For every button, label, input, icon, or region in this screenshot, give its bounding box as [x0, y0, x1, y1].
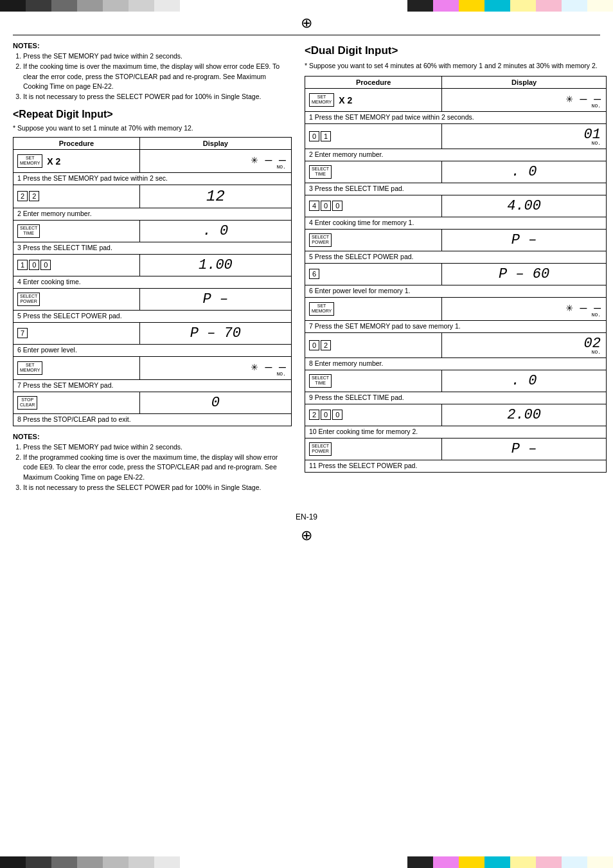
footer-area: ⊕ [0, 525, 613, 545]
bot-bar-block-10 [459, 856, 484, 868]
table-row: SELECTPOWER P – [305, 438, 606, 460]
table-row: 7 P – 70 [13, 322, 292, 344]
key-r10-2: 2 [309, 410, 319, 420]
key-r4-0a: 0 [321, 201, 331, 211]
select-time-btn-r3: SELECTTIME [309, 165, 332, 179]
proc-cell-r5: SELECTPOWER [305, 229, 441, 251]
display-val-5: P – [203, 291, 229, 307]
keys-r2: 0 1 [309, 131, 331, 141]
proc-cell-r4: 4 0 0 [305, 195, 441, 217]
keys-r8: 0 2 [309, 340, 331, 350]
dual-digit-title: <Dual Digit Input> [305, 44, 607, 57]
proc-cell-3: SELECTTIME [13, 220, 140, 242]
table-row: 2 0 0 2.00 [305, 404, 606, 426]
display-val-2: 12 [206, 188, 225, 205]
note-bottom-1: Press the SET MEMORY pad twice within 2 … [23, 442, 292, 453]
desc-r9: 9 Press the SELECT TIME pad. [305, 392, 606, 404]
proc-cell-5: SELECTPOWER [13, 288, 140, 310]
key-r4-4: 4 [309, 201, 319, 211]
bot-bar-block-4 [77, 856, 103, 868]
desc-r10: 10 Enter cooking time for memory 2. [305, 426, 606, 438]
bot-bar-block-5 [103, 856, 129, 868]
note-top-1: Press the SET MEMORY pad twice within 2 … [23, 51, 292, 62]
table-row: STOPCLEAR 0 [13, 392, 292, 413]
proc-cell-r3: SELECTTIME [305, 161, 441, 183]
desc-cell-7: 7 Press the SET MEMORY pad. [13, 379, 292, 392]
display-cell-r11: P – [442, 438, 607, 460]
desc-r4: 4 Enter cooking time for memory 1. [305, 217, 606, 229]
x2-label-r1: X 2 [339, 95, 352, 105]
stop-clear-btn: STOPCLEAR [17, 396, 37, 410]
display-val-4: 1.00 [199, 257, 233, 273]
table-row: SETMEMORY ✳ — — NO. [305, 297, 606, 320]
table-row: SELECTTIME . 0 [305, 161, 606, 183]
top-bar-block-14 [562, 0, 587, 12]
table-row: 2 Enter memory number. [13, 208, 292, 220]
table-row: 3 Press the SELECT TIME pad. [305, 183, 606, 195]
col-display-r: Display [442, 76, 607, 88]
desc-cell-5: 5 Press the SELECT POWER pad. [13, 310, 292, 322]
key-0b: 0 [40, 260, 51, 270]
display-cell-r6: P – 60 [442, 263, 607, 285]
notes-bottom-list: Press the SET MEMORY pad twice within 2 … [13, 442, 292, 493]
table-row: SETMEMORY X 2 ✳ — — NO. [13, 149, 292, 172]
key-r2-0: 0 [309, 131, 319, 141]
top-bar-block-3 [51, 0, 77, 12]
table-row: SELECTTIME . 0 [13, 220, 292, 242]
key-7: 7 [17, 328, 28, 338]
table-row: 6 Enter power level for memory 1. [305, 285, 606, 297]
proc-cell-r9: SELECTTIME [305, 370, 441, 392]
keys-row6: 7 [17, 328, 28, 338]
display-val-r11: P – [511, 441, 537, 457]
display-cell-3: . 0 [139, 220, 291, 242]
table-row: SETMEMORY X 2 ✳ — — NO. [305, 88, 606, 111]
top-bar-block-5 [103, 0, 129, 12]
display-cell-r10: 2.00 [442, 404, 607, 426]
proc-cell-r6: 6 [305, 263, 441, 285]
key-2b: 2 [29, 191, 39, 201]
display-cell-5: P – [139, 288, 291, 310]
bot-bar-block-8 [407, 856, 433, 868]
no-label-r8: NO. [447, 349, 601, 355]
display-cell-2: 12 [139, 185, 291, 208]
table-row: 0 2 02 NO. [305, 332, 606, 357]
key-r2-1: 1 [321, 131, 331, 141]
desc-cell-2: 2 Enter memory number. [13, 208, 292, 220]
display-cell-r3: . 0 [442, 161, 607, 183]
proc-cell-7: SETMEMORY [13, 356, 140, 379]
table-row: 2 Enter memory number. [305, 149, 606, 161]
bot-bar-block-6 [129, 856, 154, 868]
keys-r4: 4 0 0 [309, 201, 342, 211]
display-val-r5: P – [511, 232, 537, 248]
top-bar-block-1 [0, 0, 26, 12]
notes-top-title: NOTES: [13, 42, 292, 50]
display-val-r10: 2.00 [507, 407, 541, 423]
set-memory-btn-2: SETMEMORY [17, 361, 42, 375]
table-row: 4 0 0 4.00 [305, 195, 606, 217]
display-cell-r4: 4.00 [442, 195, 607, 217]
display-cell-4: 1.00 [139, 254, 291, 276]
proc-cell-r1: SETMEMORY X 2 [305, 88, 441, 111]
bot-bar-block-15 [587, 856, 613, 868]
desc-r7: 7 Press the SET MEMORY pad to save memor… [305, 320, 606, 332]
display-cell-r7: ✳ — — NO. [442, 297, 607, 320]
table-row: SETMEMORY ✳ — — NO. [13, 356, 292, 379]
desc-r3: 3 Press the SELECT TIME pad. [305, 183, 606, 195]
top-bar-block-2 [26, 0, 51, 12]
notes-bottom-section: NOTES: Press the SET MEMORY pad twice wi… [13, 433, 292, 493]
note-top-2: If the cooking time is over the maximum … [23, 62, 292, 92]
proc-cell-2: 2 2 [13, 185, 140, 208]
display-val-8: 0 [211, 395, 220, 411]
display-cell-8: 0 [139, 392, 291, 413]
top-bar-block-12 [510, 0, 536, 12]
left-column: NOTES: Press the SET MEMORY pad twice wi… [13, 42, 292, 500]
notes-bottom-title: NOTES: [13, 433, 292, 440]
set-memory-btn-1: SETMEMORY [17, 154, 42, 168]
desc-cell-3: 3 Press the SELECT TIME pad. [13, 242, 292, 254]
table-row: 8 Press the STOP/CLEAR pad to exit. [13, 413, 292, 426]
display-cell-r1: ✳ — — NO. [442, 88, 607, 111]
display-val-r3: . 0 [511, 164, 537, 180]
col-display: Display [139, 137, 291, 149]
notes-top-list: Press the SET MEMORY pad twice within 2 … [13, 51, 292, 102]
note-bottom-2: If the programmed cooking time is over t… [23, 453, 292, 483]
